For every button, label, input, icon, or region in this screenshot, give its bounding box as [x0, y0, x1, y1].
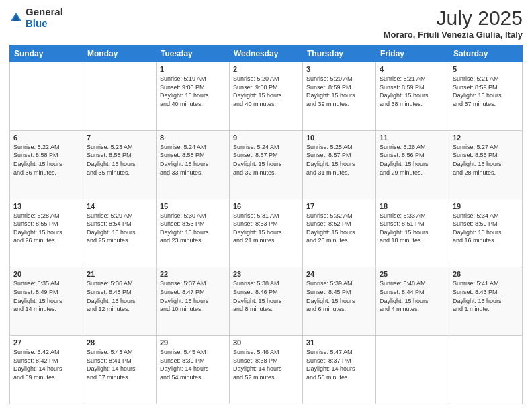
day-detail: Sunrise: 5:40 AM Sunset: 8:44 PM Dayligh…	[380, 279, 445, 313]
day-detail: Sunrise: 5:46 AM Sunset: 8:38 PM Dayligh…	[233, 348, 299, 381]
table-row: 19Sunrise: 5:34 AM Sunset: 8:50 PM Dayli…	[449, 199, 523, 267]
table-row: 17Sunrise: 5:32 AM Sunset: 8:52 PM Dayli…	[303, 199, 376, 267]
table-row: 24Sunrise: 5:39 AM Sunset: 8:45 PM Dayli…	[303, 267, 376, 336]
table-row: 9Sunrise: 5:24 AM Sunset: 8:57 PM Daylig…	[230, 130, 303, 199]
day-detail: Sunrise: 5:29 AM Sunset: 8:54 PM Dayligh…	[87, 212, 152, 245]
table-row: 25Sunrise: 5:40 AM Sunset: 8:44 PM Dayli…	[376, 267, 449, 336]
table-row: 7Sunrise: 5:23 AM Sunset: 8:58 PM Daylig…	[83, 130, 157, 199]
table-row: 11Sunrise: 5:26 AM Sunset: 8:56 PM Dayli…	[376, 130, 449, 199]
calendar-week-row: 20Sunrise: 5:35 AM Sunset: 8:49 PM Dayli…	[10, 267, 523, 336]
day-number: 8	[160, 134, 226, 142]
day-number: 12	[453, 134, 519, 142]
day-detail: Sunrise: 5:33 AM Sunset: 8:51 PM Dayligh…	[380, 212, 445, 245]
table-row: 31Sunrise: 5:47 AM Sunset: 8:37 PM Dayli…	[303, 336, 376, 404]
day-number: 11	[380, 134, 445, 142]
table-row: 5Sunrise: 5:21 AM Sunset: 8:59 PM Daylig…	[449, 62, 523, 131]
table-row: 10Sunrise: 5:25 AM Sunset: 8:57 PM Dayli…	[303, 130, 376, 199]
calendar-week-row: 6Sunrise: 5:22 AM Sunset: 8:58 PM Daylig…	[10, 130, 523, 199]
day-number: 20	[13, 270, 79, 278]
table-row: 16Sunrise: 5:31 AM Sunset: 8:53 PM Dayli…	[230, 199, 303, 267]
col-friday: Friday	[376, 46, 449, 62]
day-detail: Sunrise: 5:20 AM Sunset: 8:59 PM Dayligh…	[306, 75, 372, 108]
day-number: 1	[160, 65, 226, 73]
table-row: 18Sunrise: 5:33 AM Sunset: 8:51 PM Dayli…	[376, 199, 449, 267]
day-number: 22	[160, 270, 226, 278]
day-number: 5	[453, 65, 519, 73]
day-detail: Sunrise: 5:47 AM Sunset: 8:37 PM Dayligh…	[306, 348, 372, 381]
table-row: 29Sunrise: 5:45 AM Sunset: 8:39 PM Dayli…	[157, 336, 230, 404]
table-row: 6Sunrise: 5:22 AM Sunset: 8:58 PM Daylig…	[10, 130, 83, 199]
day-detail: Sunrise: 5:30 AM Sunset: 8:53 PM Dayligh…	[160, 212, 226, 245]
day-detail: Sunrise: 5:27 AM Sunset: 8:55 PM Dayligh…	[453, 143, 519, 177]
day-number: 3	[306, 65, 372, 73]
day-number: 27	[13, 338, 79, 347]
day-detail: Sunrise: 5:34 AM Sunset: 8:50 PM Dayligh…	[453, 212, 519, 245]
day-detail: Sunrise: 5:24 AM Sunset: 8:57 PM Dayligh…	[233, 143, 299, 177]
table-row: 27Sunrise: 5:42 AM Sunset: 8:42 PM Dayli…	[10, 336, 83, 404]
day-detail: Sunrise: 5:19 AM Sunset: 9:00 PM Dayligh…	[160, 75, 226, 108]
day-detail: Sunrise: 5:36 AM Sunset: 8:48 PM Dayligh…	[87, 279, 152, 313]
day-detail: Sunrise: 5:20 AM Sunset: 9:00 PM Dayligh…	[233, 75, 299, 108]
day-number: 25	[380, 270, 445, 278]
table-row: 13Sunrise: 5:28 AM Sunset: 8:55 PM Dayli…	[10, 199, 83, 267]
table-row	[10, 62, 83, 131]
day-number: 13	[13, 202, 79, 210]
table-row: 22Sunrise: 5:37 AM Sunset: 8:47 PM Dayli…	[157, 267, 230, 336]
table-row: 21Sunrise: 5:36 AM Sunset: 8:48 PM Dayli…	[83, 267, 157, 336]
day-detail: Sunrise: 5:26 AM Sunset: 8:56 PM Dayligh…	[380, 143, 445, 177]
col-tuesday: Tuesday	[157, 46, 230, 62]
day-number: 29	[160, 338, 226, 347]
day-detail: Sunrise: 5:41 AM Sunset: 8:43 PM Dayligh…	[453, 279, 519, 313]
table-row: 20Sunrise: 5:35 AM Sunset: 8:49 PM Dayli…	[10, 267, 83, 336]
day-number: 17	[306, 202, 372, 210]
col-monday: Monday	[83, 46, 157, 62]
calendar-header-row: Sunday Monday Tuesday Wednesday Thursday…	[10, 46, 523, 62]
table-row: 28Sunrise: 5:43 AM Sunset: 8:41 PM Dayli…	[83, 336, 157, 404]
table-row: 3Sunrise: 5:20 AM Sunset: 8:59 PM Daylig…	[303, 62, 376, 131]
day-detail: Sunrise: 5:45 AM Sunset: 8:39 PM Dayligh…	[160, 348, 226, 381]
table-row: 23Sunrise: 5:38 AM Sunset: 8:46 PM Dayli…	[230, 267, 303, 336]
day-detail: Sunrise: 5:35 AM Sunset: 8:49 PM Dayligh…	[13, 279, 79, 313]
month-title: July 2025	[384, 7, 523, 30]
col-wednesday: Wednesday	[230, 46, 303, 62]
calendar-week-row: 27Sunrise: 5:42 AM Sunset: 8:42 PM Dayli…	[10, 336, 523, 404]
table-row	[83, 62, 157, 131]
day-number: 30	[233, 338, 299, 347]
day-detail: Sunrise: 5:32 AM Sunset: 8:52 PM Dayligh…	[306, 212, 372, 245]
day-number: 31	[306, 338, 372, 347]
col-sunday: Sunday	[10, 46, 83, 62]
header: General Blue July 2025 Moraro, Friuli Ve…	[9, 7, 523, 40]
logo-general: General	[26, 6, 63, 17]
table-row: 12Sunrise: 5:27 AM Sunset: 8:55 PM Dayli…	[449, 130, 523, 199]
day-number: 10	[306, 134, 372, 142]
day-number: 21	[87, 270, 152, 278]
table-row: 26Sunrise: 5:41 AM Sunset: 8:43 PM Dayli…	[449, 267, 523, 336]
table-row: 4Sunrise: 5:21 AM Sunset: 8:59 PM Daylig…	[376, 62, 449, 131]
day-number: 2	[233, 65, 299, 73]
day-number: 4	[380, 65, 445, 73]
day-number: 14	[87, 202, 152, 210]
day-detail: Sunrise: 5:25 AM Sunset: 8:57 PM Dayligh…	[306, 143, 372, 177]
day-number: 24	[306, 270, 372, 278]
day-number: 16	[233, 202, 299, 210]
day-number: 28	[87, 338, 152, 347]
table-row	[376, 336, 449, 404]
calendar-table: Sunday Monday Tuesday Wednesday Thursday…	[9, 45, 523, 404]
day-number: 23	[233, 270, 299, 278]
day-detail: Sunrise: 5:38 AM Sunset: 8:46 PM Dayligh…	[233, 279, 299, 313]
day-number: 7	[87, 134, 152, 142]
day-number: 18	[380, 202, 445, 210]
day-number: 19	[453, 202, 519, 210]
day-detail: Sunrise: 5:21 AM Sunset: 8:59 PM Dayligh…	[453, 75, 519, 108]
day-number: 9	[233, 134, 299, 142]
day-number: 26	[453, 270, 519, 278]
table-row: 8Sunrise: 5:24 AM Sunset: 8:58 PM Daylig…	[157, 130, 230, 199]
title-block: July 2025 Moraro, Friuli Venezia Giulia,…	[384, 7, 523, 40]
day-detail: Sunrise: 5:43 AM Sunset: 8:41 PM Dayligh…	[87, 348, 152, 381]
table-row	[449, 336, 523, 404]
day-number: 15	[160, 202, 226, 210]
day-detail: Sunrise: 5:37 AM Sunset: 8:47 PM Dayligh…	[160, 279, 226, 313]
day-detail: Sunrise: 5:22 AM Sunset: 8:58 PM Dayligh…	[13, 143, 79, 177]
calendar-week-row: 1Sunrise: 5:19 AM Sunset: 9:00 PM Daylig…	[10, 62, 523, 131]
logo-text: General Blue	[26, 7, 63, 29]
